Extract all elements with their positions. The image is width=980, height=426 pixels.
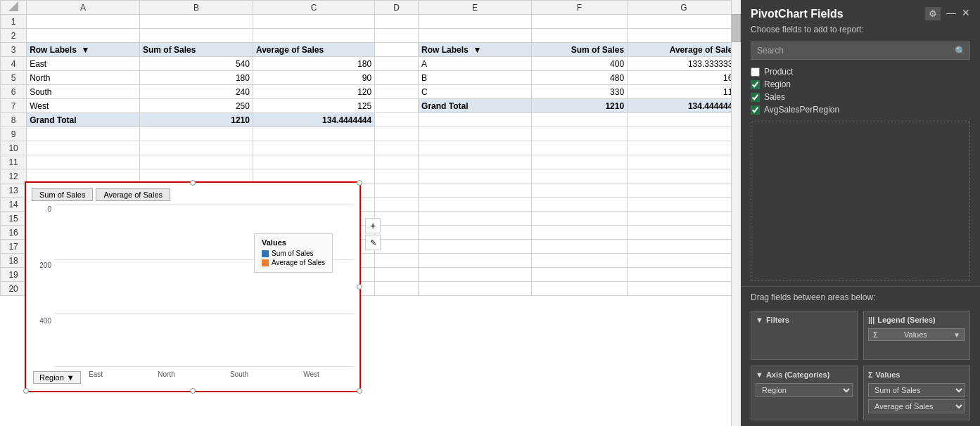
cell-e2[interactable] bbox=[419, 29, 532, 43]
area-axis: ▼ Axis (Categories) Region bbox=[751, 366, 858, 420]
field-checkbox-sales[interactable] bbox=[751, 93, 760, 102]
cell-d2[interactable] bbox=[375, 29, 419, 43]
cell-e6[interactable]: C bbox=[419, 85, 532, 99]
cell-g8[interactable] bbox=[628, 113, 741, 127]
cell-f7[interactable]: 1210 bbox=[531, 99, 627, 113]
cell-b6[interactable]: 240 bbox=[140, 85, 253, 99]
fields-list: Product Region Sales AvgSalesPerRegion bbox=[741, 65, 980, 122]
col-c-header[interactable]: C bbox=[253, 1, 374, 15]
cell-c6[interactable]: 120 bbox=[253, 85, 374, 99]
col-a-header[interactable]: A bbox=[27, 1, 140, 15]
row-num: 12 bbox=[1, 169, 27, 183]
cell-d6[interactable] bbox=[375, 85, 419, 99]
cell-d5[interactable] bbox=[375, 71, 419, 85]
drag-title: Drag fields between areas below: bbox=[751, 292, 970, 302]
cell-d8[interactable] bbox=[375, 113, 419, 127]
cell-a4[interactable]: East bbox=[27, 57, 140, 71]
cell-c5[interactable]: 90 bbox=[253, 71, 374, 85]
cell-d4[interactable] bbox=[375, 57, 419, 71]
cell-g1[interactable] bbox=[628, 15, 741, 29]
cell-e4[interactable]: A bbox=[419, 57, 532, 71]
col-d-header[interactable]: D bbox=[375, 1, 419, 15]
axis-icon: ▼ bbox=[756, 370, 763, 379]
cell-a3[interactable]: Row Labels ▼ bbox=[27, 43, 140, 57]
values-sum-dropdown[interactable]: Sum of Sales bbox=[868, 383, 965, 397]
cell-d7[interactable] bbox=[375, 99, 419, 113]
vertical-scrollbar[interactable] bbox=[731, 0, 741, 426]
cell-b1[interactable] bbox=[140, 15, 253, 29]
cell-b7[interactable]: 250 bbox=[140, 99, 253, 113]
cell-f8[interactable] bbox=[531, 113, 627, 127]
resize-handle-right[interactable] bbox=[357, 284, 362, 290]
cell-b4[interactable]: 540 bbox=[140, 57, 253, 71]
cell-f5[interactable]: 480 bbox=[531, 71, 627, 85]
cell-c2[interactable] bbox=[253, 29, 374, 43]
y-axis: 600 400 200 0 bbox=[32, 205, 54, 381]
cell-b3[interactable]: Sum of Sales bbox=[140, 43, 253, 57]
cell-f6[interactable]: 330 bbox=[531, 85, 627, 99]
cell-d3[interactable] bbox=[375, 43, 419, 57]
search-input[interactable] bbox=[751, 41, 970, 60]
cell-c7[interactable]: 125 bbox=[253, 99, 374, 113]
cell-g7[interactable]: 134.4444444 bbox=[628, 99, 741, 113]
cell-b5[interactable]: 180 bbox=[140, 71, 253, 85]
cell-g2[interactable] bbox=[628, 29, 741, 43]
row-num-6: 6 bbox=[1, 85, 27, 99]
cell-e3[interactable]: Row Labels ▼ bbox=[419, 43, 532, 57]
table-row: 11 bbox=[1, 155, 741, 169]
cell-e1[interactable] bbox=[419, 15, 532, 29]
region-filter-button[interactable]: Region ▼ bbox=[33, 371, 81, 384]
cell-a5[interactable]: North bbox=[27, 71, 140, 85]
cell-f3[interactable]: Sum of Sales bbox=[531, 43, 627, 57]
cell-g6[interactable]: 110 bbox=[628, 85, 741, 99]
minimize-icon[interactable]: — bbox=[946, 7, 956, 20]
chart-tab-sum[interactable]: Sum of Sales bbox=[32, 188, 93, 201]
scroll-thumb[interactable] bbox=[732, 14, 741, 42]
cell-b8[interactable]: 1210 bbox=[140, 113, 253, 127]
cell-b2[interactable] bbox=[140, 29, 253, 43]
cell-e7[interactable]: Grand Total bbox=[419, 99, 532, 113]
cell-f1[interactable] bbox=[531, 15, 627, 29]
field-checkbox-region[interactable] bbox=[751, 80, 760, 89]
pivot-chart[interactable]: + ✎ Sum of Sales Average of Sales 600 40… bbox=[25, 181, 361, 392]
values-avg-dropdown[interactable]: Average of Sales bbox=[868, 399, 965, 413]
resize-handle-topright[interactable] bbox=[357, 180, 362, 186]
chart-icon-brush[interactable]: ✎ bbox=[365, 235, 381, 250]
chart-tab-avg[interactable]: Average of Sales bbox=[96, 188, 170, 201]
cell-a8[interactable]: Grand Total bbox=[27, 113, 140, 127]
row-num: 20 bbox=[1, 282, 27, 296]
cell-g5[interactable]: 160 bbox=[628, 71, 741, 85]
col-b-header[interactable]: B bbox=[140, 1, 253, 15]
cell-d1[interactable] bbox=[375, 15, 419, 29]
svg-marker-0 bbox=[8, 1, 18, 11]
table-row: 9 bbox=[1, 127, 741, 141]
cell-f4[interactable]: 400 bbox=[531, 57, 627, 71]
resize-handle-bottomleft[interactable] bbox=[23, 388, 29, 394]
cell-e8[interactable] bbox=[419, 113, 532, 127]
chart-icon-plus[interactable]: + bbox=[365, 218, 381, 233]
cell-c1[interactable] bbox=[253, 15, 374, 29]
col-f-header[interactable]: F bbox=[531, 1, 627, 15]
cell-a6[interactable]: South bbox=[27, 85, 140, 99]
cell-c4[interactable]: 180 bbox=[253, 57, 374, 71]
cell-e5[interactable]: B bbox=[419, 71, 532, 85]
cell-g3[interactable]: Average of Sales bbox=[628, 43, 741, 57]
cell-c3[interactable]: Average of Sales bbox=[253, 43, 374, 57]
close-icon[interactable]: ✕ bbox=[962, 7, 970, 20]
field-checkbox-product[interactable] bbox=[751, 67, 760, 77]
cell-a2[interactable] bbox=[27, 29, 140, 43]
col-e-header[interactable]: E bbox=[419, 1, 532, 15]
cell-c8[interactable]: 134.4444444 bbox=[253, 113, 374, 127]
resize-handle-bottom[interactable] bbox=[190, 388, 196, 394]
resize-handle-top[interactable] bbox=[190, 180, 196, 186]
col-g-header[interactable]: G bbox=[628, 1, 741, 15]
legend-dropdown-icon[interactable]: ▼ bbox=[953, 331, 960, 339]
field-checkbox-avgsalesperregion[interactable] bbox=[751, 105, 760, 115]
cell-a1[interactable] bbox=[27, 15, 140, 29]
settings-icon[interactable]: ⚙ bbox=[925, 7, 941, 20]
cell-g4[interactable]: 133.3333333 bbox=[628, 57, 741, 71]
cell-a7[interactable]: West bbox=[27, 99, 140, 113]
cell-f2[interactable] bbox=[531, 29, 627, 43]
axis-region-dropdown[interactable]: Region bbox=[756, 383, 853, 397]
resize-handle-bottomright[interactable] bbox=[357, 388, 362, 394]
